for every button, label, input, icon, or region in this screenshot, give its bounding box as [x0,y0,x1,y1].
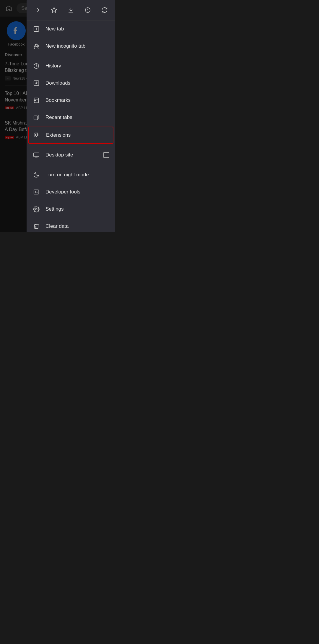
shortcut-facebook[interactable]: Facebook [5,21,28,46]
abp-badge-3: abp live [5,136,14,139]
monitor-icon [33,152,40,158]
download-toolbar-icon [68,7,74,13]
developer-tools-label: Developer tools [45,189,109,195]
extensions-item[interactable]: Extensions [28,127,113,144]
svg-rect-11 [34,98,39,103]
desktop-site-checkbox[interactable] [103,152,109,158]
clear-data-item[interactable]: Clear data [27,218,115,232]
developer-tools-item[interactable]: Developer tools [27,183,115,201]
night-mode-item[interactable]: Turn on night mode [27,166,115,183]
divider-3 [27,165,115,165]
new-tab-label: New tab [45,26,109,32]
night-mode-label: Turn on night mode [45,172,109,178]
night-mode-icon [32,171,40,179]
info-button[interactable] [82,4,94,16]
trash-icon [33,223,40,230]
home-button[interactable] [4,3,14,14]
divider-1 [27,56,115,56]
clear-data-label: Clear data [45,223,109,229]
facebook-label: Facebook [8,42,25,46]
settings-label: Settings [45,206,109,212]
bookmarks-item[interactable]: Bookmarks [27,92,115,109]
puzzle-icon [34,132,40,138]
downloads-label: Downloads [45,80,109,86]
svg-rect-12 [34,116,38,120]
downloads-icon [32,79,40,87]
svg-rect-14 [34,190,39,194]
refresh-icon [101,7,108,13]
forward-icon [34,7,40,13]
star-icon [51,7,57,13]
download-toolbar-button[interactable] [65,4,77,16]
extensions-label: Extensions [46,132,109,138]
downloads-item[interactable]: Downloads [27,75,115,92]
home-icon [6,5,12,12]
incognito-icon [32,42,40,50]
clear-data-icon [32,222,40,230]
dropdown-menu: New tab New incognito tab History [27,0,115,232]
new-incognito-tab-item[interactable]: New incognito tab [27,38,115,55]
clock-back-icon [33,63,40,69]
refresh-button[interactable] [99,4,110,16]
history-item[interactable]: History [27,57,115,75]
recent-tabs-label: Recent tabs [45,114,109,120]
news18-badge: -- [5,76,11,80]
recent-tabs-item[interactable]: Recent tabs [27,109,115,126]
info-icon [84,7,91,13]
menu-toolbar [27,0,115,20]
bookmarks-icon [32,96,40,104]
desktop-site-icon [32,151,40,159]
svg-point-15 [35,208,37,210]
history-icon [32,62,40,70]
new-tab-icon [32,25,40,33]
gear-icon [33,206,40,212]
settings-item[interactable]: Settings [27,201,115,218]
developer-tools-icon [32,188,40,196]
extensions-icon [33,131,41,139]
facebook-icon [7,21,26,40]
terminal-icon [33,189,40,195]
plus-square-icon [33,26,40,32]
desktop-site-item[interactable]: Desktop site [27,146,115,164]
history-label: History [45,63,109,69]
spy-icon [33,43,40,49]
desktop-site-label: Desktop site [45,152,98,158]
abp-badge-2: abp live [5,106,14,109]
tabs-icon [33,114,40,121]
new-tab-item[interactable]: New tab [27,20,115,38]
new-incognito-tab-label: New incognito tab [45,43,109,49]
settings-icon [32,205,40,213]
download-box-icon [33,80,40,86]
divider-2 [27,145,115,145]
moon-icon [33,172,40,178]
svg-rect-13 [34,153,39,157]
forward-button[interactable] [31,4,43,16]
bookmark-button[interactable] [48,4,60,16]
bookmarks-label: Bookmarks [45,97,109,103]
recent-tabs-icon [32,114,40,121]
bookmark-icon [33,97,40,104]
